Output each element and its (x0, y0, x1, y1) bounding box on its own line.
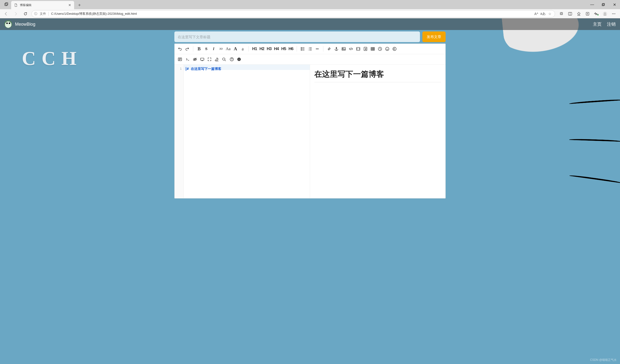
anchor-button[interactable] (333, 45, 340, 53)
nav-logout-link[interactable]: 注销 (607, 21, 616, 27)
svg-point-14 (613, 13, 614, 14)
profile-avatar-icon[interactable] (601, 10, 609, 18)
emoji-button[interactable] (384, 45, 391, 53)
unordered-list-button[interactable] (299, 45, 306, 53)
window-close-button[interactable]: ✕ (609, 0, 620, 9)
translate-icon[interactable]: aあ (540, 11, 546, 16)
preview-pane: 在这里写下一篇博客 (310, 65, 445, 198)
window-minimize-button[interactable]: — (587, 0, 598, 9)
table-button[interactable] (369, 45, 376, 53)
info-button[interactable] (236, 56, 242, 63)
source-pane[interactable]: # 在这里写下一篇博客 (184, 65, 310, 198)
site-logo-icon (4, 20, 12, 28)
svg-rect-2 (602, 4, 604, 6)
svg-point-12 (604, 12, 606, 14)
h1-button[interactable]: H1 (251, 45, 258, 53)
svg-point-17 (301, 49, 302, 49)
favorite-star-icon[interactable]: ☆ (547, 11, 552, 16)
eraser-button[interactable] (213, 56, 220, 63)
site-info-icon[interactable]: ⓘ (34, 12, 37, 16)
collections-icon[interactable] (584, 10, 591, 18)
favorites-bar-icon[interactable] (575, 10, 583, 18)
performance-icon[interactable] (592, 10, 600, 18)
code-block-button[interactable] (355, 45, 362, 53)
preview-toggle-button[interactable] (199, 56, 206, 63)
watch-toggle-button[interactable] (192, 56, 198, 63)
source-text: 在这里写下一篇博客 (191, 67, 221, 71)
browser-chrome: 博客编辑 ✕ ＋ — ✕ ⓘ 文件 C:/Users/1/Desktop/博客系… (0, 0, 620, 18)
fullscreen-button[interactable] (206, 56, 213, 63)
window-maximize-button[interactable] (598, 0, 609, 9)
tabs-overview-icon[interactable] (2, 0, 10, 8)
address-strip: ⓘ 文件 C:/Users/1/Desktop/博客系统(静态页面)-2023I… (0, 9, 620, 18)
search-button[interactable] (221, 56, 227, 63)
help-button[interactable] (228, 56, 235, 63)
terminal-button[interactable] (184, 56, 191, 63)
address-url: C:/Users/1/Desktop/博客系统(静态页面)-2023II/blo… (51, 12, 531, 16)
svg-point-43 (388, 48, 388, 49)
svg-point-59 (239, 58, 239, 59)
image-button[interactable] (340, 45, 347, 53)
uppercase-button[interactable]: A (232, 45, 239, 53)
nav-refresh-button[interactable] (22, 10, 29, 17)
nav-back-button[interactable] (2, 10, 10, 17)
svg-rect-3 (603, 3, 604, 5)
undo-button[interactable] (177, 45, 183, 53)
new-tab-button[interactable]: ＋ (76, 1, 83, 9)
separator (248, 46, 249, 52)
copyright-button[interactable] (391, 45, 398, 53)
watermark-text: CSDN @喵喵正气水 (590, 358, 617, 362)
text-case-button[interactable]: Aa (225, 45, 232, 53)
nav-forward-button (12, 10, 19, 17)
svg-text:3: 3 (308, 50, 309, 51)
address-bar[interactable]: ⓘ 文件 C:/Users/1/Desktop/博客系统(静态页面)-2023I… (31, 10, 555, 17)
lowercase-button[interactable]: a (239, 45, 246, 53)
separator (323, 46, 323, 52)
italic-button[interactable]: I (210, 45, 217, 53)
chrome-right-icons (558, 10, 618, 18)
nav-home-link[interactable]: 主页 (593, 21, 602, 27)
post-title-input[interactable] (174, 31, 420, 42)
tab-title: 博客编辑 (20, 3, 66, 7)
markdown-hash: # (187, 67, 189, 71)
code-button[interactable] (348, 45, 354, 53)
bold-button[interactable]: B (196, 45, 202, 53)
read-aloud-icon[interactable]: Aᴬ (534, 11, 539, 16)
music-file-button[interactable] (362, 45, 369, 53)
quote-button[interactable] (217, 45, 224, 53)
extensions-icon[interactable] (558, 10, 565, 18)
toc-button[interactable] (177, 56, 183, 63)
ordered-list-button[interactable]: 123 (307, 45, 313, 53)
svg-rect-35 (371, 47, 374, 50)
h2-button[interactable]: H2 (258, 45, 265, 53)
editor-toolbar: B S I Aa A a H1 H2 H3 H4 H5 H6 123 (175, 44, 445, 54)
svg-point-54 (223, 58, 225, 60)
publish-button[interactable]: 发布文章 (422, 31, 446, 42)
more-menu-icon[interactable] (610, 10, 618, 18)
site-nav: 主页 注销 (593, 21, 616, 27)
h6-button[interactable]: H6 (287, 45, 294, 53)
svg-rect-0 (5, 3, 7, 6)
split-screen-icon[interactable] (566, 10, 574, 18)
address-right-icons: Aᴬ aあ ☆ (534, 11, 552, 16)
workspace: 发布文章 B S I Aa A a H1 H2 H3 H4 H5 H (174, 31, 446, 198)
preview-heading: 在这里写下一篇博客 (314, 69, 441, 82)
svg-rect-60 (239, 59, 239, 60)
background-decorative-text: C C H (22, 47, 77, 69)
editor-toolbar-secondary (175, 54, 445, 65)
strikethrough-button[interactable]: S (203, 45, 210, 53)
tab-strip: 博客编辑 ✕ ＋ — ✕ (0, 0, 620, 9)
datetime-button[interactable] (377, 45, 383, 53)
link-button[interactable] (326, 45, 333, 53)
svg-point-57 (232, 60, 232, 61)
horizontal-rule-button[interactable] (314, 45, 321, 53)
h5-button[interactable]: H5 (280, 45, 287, 53)
svg-rect-51 (201, 58, 204, 60)
browser-tab-active[interactable]: 博客编辑 ✕ (11, 1, 74, 9)
editor-panes: 1 # 在这里写下一篇博客 在这里写下一篇博客 (175, 65, 445, 198)
tab-close-icon[interactable]: ✕ (68, 3, 71, 7)
redo-button[interactable] (184, 45, 191, 53)
h3-button[interactable]: H3 (266, 45, 272, 53)
svg-point-29 (336, 47, 337, 48)
h4-button[interactable]: H4 (273, 45, 280, 53)
